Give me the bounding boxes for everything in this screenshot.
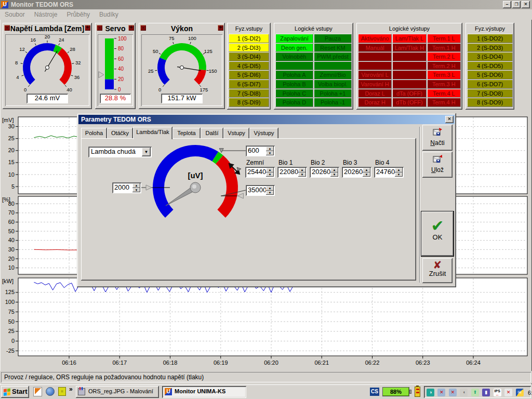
tab-lambda-tlak[interactable]: Lambda/Tlak (133, 127, 172, 139)
lambda-value: 24.6 mV (26, 94, 68, 103)
menu-item-nástroje[interactable]: Nástroje (30, 9, 62, 20)
gauge-zone (153, 145, 218, 218)
gauge-zone (157, 58, 170, 85)
io-indicator: Poloha D (275, 98, 313, 107)
spin-up-button[interactable]: ▲ (298, 168, 306, 172)
combobox-value: Lambda chudá (91, 148, 136, 155)
io-indicator: Poloha +1 (314, 89, 352, 98)
updater-icon[interactable]: ⬆ (471, 389, 479, 396)
mail-icon[interactable]: ✉ (516, 389, 524, 396)
close-button[interactable]: ✕ (522, 1, 530, 8)
max-limit-spinner[interactable]: 35000 ▲▼ (246, 185, 275, 196)
minimize-button[interactable]: – (503, 1, 511, 8)
spin-down-button[interactable]: ▼ (266, 172, 274, 177)
min-limit-spinner[interactable]: 2000 ▲▼ (112, 182, 141, 193)
spin-down-button[interactable]: ▼ (298, 172, 306, 177)
app-icon: U (1, 1, 8, 8)
fuel-spinner-bio-3[interactable]: 20260▲▼ (342, 167, 371, 178)
battery-meter[interactable]: 88% (382, 387, 409, 396)
panel-minus-button[interactable]: - (4, 25, 10, 31)
menu-item-budíky[interactable]: Budíky (95, 9, 123, 20)
ups-status-icon[interactable]: ◑ (427, 389, 434, 396)
lambda-mode-combobox[interactable]: Lambda chudá ▼ (88, 147, 152, 157)
zrusit-button[interactable]: ✘ Zrušit (422, 258, 453, 283)
start-button[interactable]: Start (1, 386, 29, 398)
quicklaunch-paint-icon[interactable] (33, 387, 42, 396)
quicklaunch-app-icon[interactable]: ⌗ (58, 387, 66, 396)
panel-plus-button[interactable]: + (128, 25, 134, 31)
servo-zone (105, 79, 114, 89)
tab-teplota[interactable]: Teplota (172, 128, 201, 138)
quicklaunch-overflow-chevron[interactable]: » (69, 385, 73, 393)
io-indicator: Term.2 H (427, 61, 461, 71)
spin-down-button[interactable]: ▼ (132, 188, 140, 193)
tab-v-stupy[interactable]: Výstupy (249, 128, 278, 138)
time-tick-label: 06:18 (163, 360, 178, 366)
task-button-monitor[interactable]: U Monitor UNIMA-KS (162, 386, 246, 398)
spin-down-button[interactable]: ▼ (330, 172, 338, 177)
nacti-button[interactable]: Načti (422, 125, 453, 151)
svg-text:0: 0 (118, 87, 121, 92)
time-tick-label: 06:19 (214, 360, 228, 366)
spin-down-button[interactable]: ▼ (363, 172, 370, 177)
tolerance-spinner[interactable]: 600 ▲▼ (246, 145, 275, 156)
tab-dal-[interactable]: Další (201, 128, 223, 138)
stats-disabled-icon[interactable]: ✕ (504, 389, 512, 396)
restore-button[interactable]: ❐ (512, 1, 521, 8)
tab-poloha[interactable]: Poloha (81, 128, 107, 138)
io-indicator: Varování H (358, 79, 392, 89)
spin-up-button[interactable]: ▲ (395, 168, 403, 172)
io-indicator: 5 (S-DI6) (229, 70, 269, 79)
ips-icon[interactable]: IPS↔ (494, 389, 501, 396)
fuel-spinner-bio-2[interactable]: 20260▲▼ (310, 167, 339, 178)
menu-item-průběhy[interactable]: Průběhy (62, 9, 95, 20)
fuel-spinner-zemn-[interactable]: 25440▲▼ (245, 167, 275, 178)
servo-gauge-svg: 020406080100 (98, 34, 133, 92)
system-tray: ◑ ✕ ✕ ◖ ⬆ ▮ IPS↔ ✕ ✉ 6:20 (424, 386, 531, 398)
panel-plus-button[interactable]: + (85, 25, 90, 31)
fuel-label: Bio 1 (278, 159, 292, 166)
combobox-dropdown-button[interactable]: ▼ (142, 148, 151, 156)
status-bar: Provoz / regulace, ORS reguluje na požad… (0, 371, 532, 383)
battery-icon[interactable] (415, 387, 420, 397)
task-button-malovani[interactable]: ORS_reg.JPG - Malování (76, 386, 159, 398)
network-offline-icon[interactable]: ✕ (437, 389, 445, 396)
uloz-button[interactable]: Ulož (422, 152, 453, 178)
svg-text:80: 80 (118, 46, 124, 51)
save-icon (432, 154, 443, 165)
panel-plus-button[interactable]: + (218, 25, 223, 31)
svg-text:24: 24 (59, 37, 64, 43)
servo-pointer[interactable] (99, 72, 104, 78)
window-titlebar: U Monitor TEDOM ORS – ❐ ✕ (0, 0, 532, 9)
language-indicator[interactable]: CS (370, 388, 379, 396)
tab-vstupy[interactable]: Vstupy (223, 128, 249, 138)
security-icon[interactable]: ▮ (482, 389, 490, 396)
fuel-spinner-bio-1[interactable]: 22080▲▼ (277, 167, 307, 178)
menu-item-soubor[interactable]: Soubor (0, 9, 30, 20)
ok-button[interactable]: ✔ OK (421, 211, 454, 256)
spinner-value: 20260 (312, 168, 330, 176)
io-indicator: Zapalování (275, 34, 313, 43)
volume-icon[interactable]: ◖ (460, 389, 468, 396)
spin-down-button[interactable]: ▼ (266, 191, 274, 195)
spin-up-button[interactable]: ▲ (266, 168, 274, 172)
spin-up-button[interactable]: ▲ (330, 168, 338, 172)
spin-up-button[interactable]: ▲ (266, 147, 274, 151)
svg-text:0: 0 (158, 87, 161, 92)
fuel-spinner-bio-4[interactable]: 24760▲▼ (374, 167, 404, 178)
svg-text:8: 8 (15, 60, 18, 65)
network-offline2-icon[interactable]: ✕ (449, 389, 457, 396)
panel-minus-button[interactable]: - (97, 25, 102, 31)
svg-text:50: 50 (153, 48, 158, 54)
spin-up-button[interactable]: ▲ (266, 186, 274, 191)
panel-minus-button[interactable]: - (140, 25, 146, 31)
tab-ot-ky[interactable]: Otáčky (107, 128, 133, 138)
io-indicator: 1 (S-DI2) (229, 34, 269, 43)
dialog-close-button[interactable]: ✕ (445, 116, 454, 123)
spin-down-button[interactable]: ▼ (395, 172, 403, 177)
time-tick-label: 06:17 (112, 360, 127, 366)
quicklaunch-network-icon[interactable] (46, 387, 55, 396)
spin-down-button[interactable]: ▼ (266, 151, 274, 156)
spin-up-button[interactable]: ▲ (132, 183, 140, 188)
spin-up-button[interactable]: ▲ (363, 168, 370, 172)
